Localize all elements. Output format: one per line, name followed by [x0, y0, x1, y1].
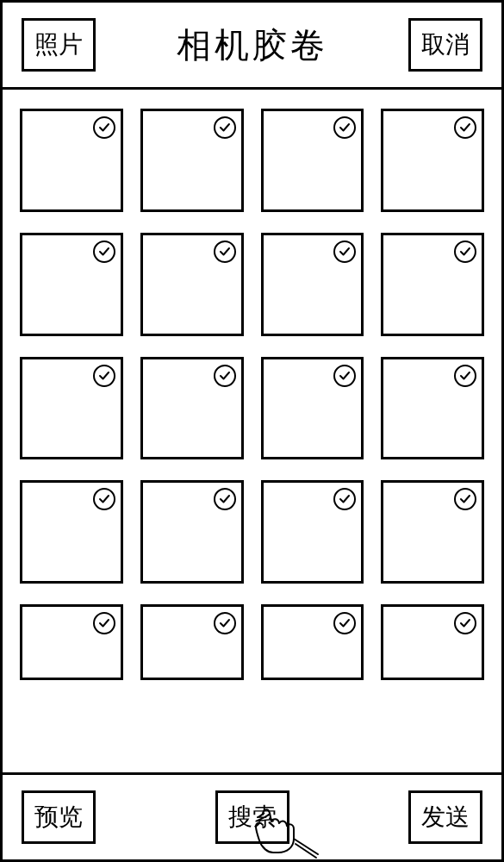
- photo-tile[interactable]: [381, 480, 484, 584]
- photo-tile[interactable]: [20, 109, 123, 212]
- checkmark-icon[interactable]: [93, 488, 115, 510]
- cancel-button[interactable]: 取消: [408, 18, 482, 72]
- checkmark-icon[interactable]: [93, 240, 115, 263]
- checkmark-icon[interactable]: [214, 612, 236, 634]
- checkmark-icon[interactable]: [454, 240, 476, 263]
- photo-tile[interactable]: [20, 233, 123, 336]
- photo-tile[interactable]: [381, 604, 484, 680]
- photos-button[interactable]: 照片: [22, 18, 96, 72]
- checkmark-icon[interactable]: [93, 612, 115, 634]
- search-button[interactable]: 搜索: [215, 790, 289, 844]
- checkmark-icon[interactable]: [93, 365, 115, 387]
- photo-grid-container: [3, 90, 501, 772]
- photo-tile[interactable]: [261, 480, 364, 584]
- photo-tile[interactable]: [381, 233, 484, 336]
- checkmark-icon[interactable]: [214, 240, 236, 263]
- checkmark-icon[interactable]: [333, 612, 356, 634]
- photo-tile[interactable]: [261, 109, 364, 212]
- photo-tile[interactable]: [261, 357, 364, 460]
- app-frame: 照片 相机胶卷 取消 预览 搜索 发送: [0, 0, 504, 862]
- photo-tile[interactable]: [140, 357, 244, 460]
- photo-tile[interactable]: [381, 109, 484, 212]
- photo-tile[interactable]: [261, 233, 364, 336]
- send-button[interactable]: 发送: [408, 790, 482, 844]
- checkmark-icon[interactable]: [214, 116, 236, 139]
- photo-tile[interactable]: [140, 109, 244, 212]
- checkmark-icon[interactable]: [214, 488, 236, 510]
- photo-tile[interactable]: [20, 357, 123, 460]
- checkmark-icon[interactable]: [333, 365, 356, 387]
- photo-tile[interactable]: [261, 604, 364, 680]
- photo-tile[interactable]: [140, 604, 244, 680]
- checkmark-icon[interactable]: [333, 116, 356, 139]
- header-bar: 照片 相机胶卷 取消: [3, 3, 501, 90]
- photo-tile[interactable]: [140, 480, 244, 584]
- checkmark-icon[interactable]: [214, 365, 236, 387]
- checkmark-icon[interactable]: [454, 612, 476, 634]
- checkmark-icon[interactable]: [454, 116, 476, 139]
- checkmark-icon[interactable]: [454, 365, 476, 387]
- checkmark-icon[interactable]: [454, 488, 476, 510]
- page-title: 相机胶卷: [177, 22, 328, 69]
- checkmark-icon[interactable]: [333, 488, 356, 510]
- checkmark-icon[interactable]: [333, 240, 356, 263]
- photo-tile[interactable]: [20, 480, 123, 584]
- preview-button[interactable]: 预览: [22, 790, 96, 844]
- photo-tile[interactable]: [381, 357, 484, 460]
- checkmark-icon[interactable]: [93, 116, 115, 139]
- footer-bar: 预览 搜索 发送: [3, 772, 501, 859]
- photo-tile[interactable]: [20, 604, 123, 680]
- photo-tile[interactable]: [140, 233, 244, 336]
- photo-grid: [20, 109, 484, 680]
